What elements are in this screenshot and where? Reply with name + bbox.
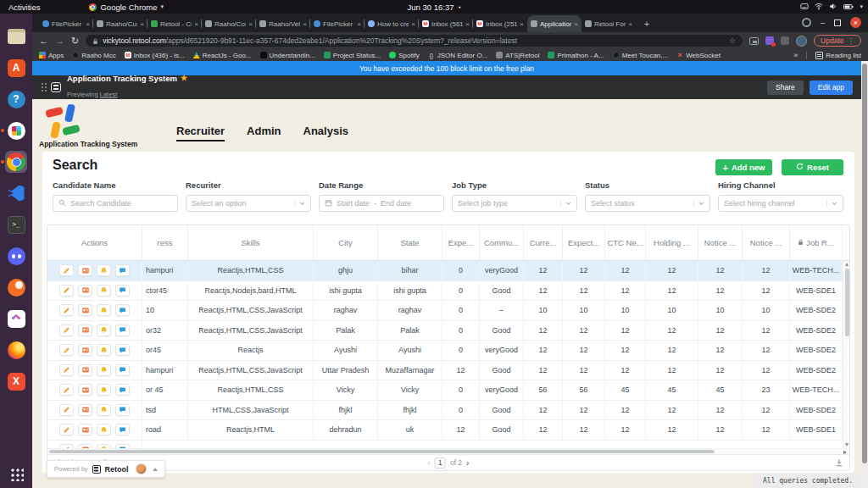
share-button[interactable]: Share — [767, 80, 804, 95]
clock[interactable]: Jun 30 16:37 — [408, 3, 461, 12]
edit-button[interactable] — [59, 304, 74, 316]
browser-tab-inbox-251[interactable]: Inbox (251) — [473, 15, 527, 32]
dock-item-help[interactable] — [5, 88, 27, 110]
tab-admin[interactable]: Admin — [247, 125, 281, 141]
bookmark-meet-toucan[interactable]: Meet Toucan,... — [613, 52, 669, 59]
system-tray[interactable] — [800, 3, 863, 12]
browser-tab-raaho-vehi[interactable]: Raaho/Vehi — [256, 15, 310, 32]
media-controls-icon[interactable] — [802, 18, 811, 27]
comment-button[interactable] — [115, 404, 130, 416]
next-page-button[interactable]: › — [466, 458, 469, 468]
tab-close-icon[interactable] — [520, 20, 524, 28]
browser-tab-raaho-con[interactable]: Raaho/Con — [202, 15, 256, 32]
notify-button[interactable] — [97, 364, 111, 376]
url-input[interactable]: vickytool.retool.com/apps/d6521920-9b91-… — [86, 35, 743, 47]
bookmark-websocket[interactable]: WebSocket — [676, 52, 721, 59]
bookmark-apps[interactable]: Apps — [39, 52, 64, 59]
minimize-button[interactable] — [821, 19, 825, 27]
comment-button[interactable] — [115, 304, 130, 316]
edit-button[interactable] — [59, 424, 74, 435]
tab-close-icon[interactable] — [194, 20, 198, 28]
prev-page-button[interactable]: ‹ — [428, 458, 431, 468]
resume-button[interactable] — [78, 364, 92, 376]
volume-icon[interactable] — [829, 3, 837, 12]
debug-avatar[interactable] — [136, 463, 147, 474]
scroll-up-icon[interactable] — [845, 263, 849, 266]
column-header-holding[interactable]: Holding ... — [646, 225, 698, 260]
edit-button[interactable] — [59, 344, 74, 356]
comment-button[interactable] — [115, 364, 130, 376]
column-header-notice[interactable]: Notice ... — [743, 225, 790, 260]
resume-button[interactable] — [78, 344, 92, 356]
notify-button[interactable] — [97, 404, 111, 416]
column-header-job-r[interactable]: Job R... — [790, 225, 843, 260]
tab-close-icon[interactable] — [248, 20, 253, 28]
column-header-expect[interactable]: Expect... — [563, 225, 605, 260]
notify-button[interactable] — [97, 285, 111, 297]
bookmark-inbox-436-is[interactable]: Inbox (436) - is... — [125, 52, 185, 59]
app-menu[interactable]: Google Chrome — [89, 3, 164, 12]
battery-icon[interactable] — [843, 3, 854, 12]
bookmark-raaho-mcc[interactable]: Raaho Mcc — [72, 52, 115, 59]
notify-button[interactable] — [97, 384, 111, 396]
column-header-city[interactable]: City — [314, 225, 378, 260]
bookmarks-overflow-button[interactable]: » — [793, 51, 798, 59]
resume-button[interactable] — [78, 384, 92, 396]
dock-item-postman[interactable] — [5, 276, 27, 298]
date-range-input[interactable]: Start date-End date — [319, 195, 444, 212]
edit-button[interactable] — [59, 364, 74, 376]
tab-close-icon[interactable] — [357, 20, 361, 28]
comment-button[interactable] — [115, 344, 130, 356]
maximize-button[interactable] — [834, 19, 841, 26]
column-header-state[interactable]: State — [378, 225, 442, 260]
edit-button[interactable] — [59, 404, 74, 416]
bookmark-json-editor-o[interactable]: JSON Editor O... — [428, 52, 488, 59]
candidate-name-input[interactable]: Search Candidate — [53, 195, 178, 212]
extensions-puzzle-icon[interactable] — [781, 36, 789, 45]
resume-button[interactable] — [78, 264, 92, 276]
drag-grip-icon[interactable] — [41, 82, 47, 92]
tab-analysis[interactable]: Analysis — [303, 125, 348, 141]
reload-button[interactable] — [71, 36, 79, 46]
recuriter-input[interactable]: Select an option — [186, 195, 311, 212]
bookmark-understandin[interactable]: Understandin... — [260, 52, 315, 59]
tab-close-icon[interactable] — [411, 20, 415, 28]
download-button[interactable] — [835, 458, 843, 467]
dock-item-vscode[interactable] — [5, 182, 27, 204]
tab-close-icon[interactable] — [303, 20, 307, 28]
reset-button[interactable]: Reset — [782, 159, 843, 175]
wifi-icon[interactable] — [815, 3, 823, 12]
chevron-up-icon[interactable] — [153, 468, 158, 471]
retool-logo-icon[interactable] — [51, 82, 61, 92]
close-button[interactable] — [850, 17, 861, 28]
activities-button[interactable]: Activities — [8, 3, 40, 12]
scroll-down-icon[interactable] — [845, 443, 849, 446]
table-vertical-scrollbar[interactable] — [843, 261, 849, 448]
extension-icon[interactable] — [765, 36, 774, 45]
comment-button[interactable] — [115, 384, 130, 396]
edit-button[interactable] — [59, 384, 74, 396]
comment-button[interactable] — [115, 285, 130, 297]
bookmark-star-icon[interactable] — [729, 36, 736, 45]
browser-tab-how-to-cre[interactable]: How to cre — [364, 15, 419, 32]
resume-button[interactable] — [78, 324, 92, 336]
column-header-actions[interactable]: Actions — [47, 225, 142, 260]
bookmark-ats-retool[interactable]: ATS|Retool — [496, 52, 539, 59]
table-horizontal-scrollbar[interactable] — [47, 448, 849, 454]
job-type-input[interactable]: Select job type — [452, 195, 577, 212]
dock-item-chrome[interactable] — [5, 151, 27, 173]
dock-item-files[interactable] — [5, 25, 27, 47]
comment-button[interactable] — [115, 424, 130, 435]
browser-tab-filepicker-d[interactable]: FilePicker d — [310, 15, 364, 32]
edit-button[interactable] — [59, 285, 74, 297]
release-link[interactable]: Latest — [100, 91, 117, 98]
edit-app-button[interactable]: Edit app — [810, 80, 853, 95]
edit-button[interactable] — [59, 264, 74, 276]
scrollbar-thumb[interactable] — [49, 450, 715, 453]
forward-button[interactable] — [55, 36, 64, 46]
tab-recruiter[interactable]: Recruiter — [176, 125, 225, 141]
side-panel-icon[interactable] — [749, 37, 759, 45]
new-tab-button[interactable] — [640, 17, 654, 30]
tab-close-icon[interactable] — [86, 20, 90, 28]
tab-close-icon[interactable] — [628, 20, 632, 28]
